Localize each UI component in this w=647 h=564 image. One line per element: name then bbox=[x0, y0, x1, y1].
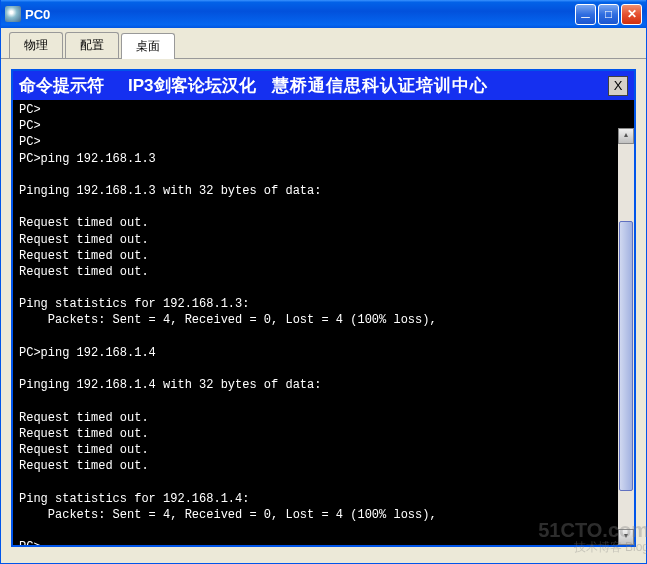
console-title-3: 慧桥通信思科认证培训中心 bbox=[272, 74, 608, 97]
vertical-scrollbar[interactable]: ▴ ▾ bbox=[618, 128, 634, 545]
tab-physical[interactable]: 物理 bbox=[9, 32, 63, 58]
console-title-2: IP3剑客论坛汉化 bbox=[128, 74, 256, 97]
tab-config[interactable]: 配置 bbox=[65, 32, 119, 58]
window-title: PC0 bbox=[25, 7, 575, 22]
scrollbar-track[interactable] bbox=[618, 144, 634, 529]
console-body-wrap: PC> PC> PC> PC>ping 192.168.1.3 Pinging … bbox=[13, 100, 634, 545]
scroll-up-button[interactable]: ▴ bbox=[618, 128, 634, 144]
scrollbar-thumb[interactable] bbox=[619, 221, 633, 491]
close-button[interactable]: ✕ bbox=[621, 4, 642, 25]
maximize-button[interactable]: □ bbox=[598, 4, 619, 25]
scroll-down-button[interactable]: ▾ bbox=[618, 529, 634, 545]
app-icon bbox=[5, 6, 21, 22]
titlebar[interactable]: PC0 ─ □ ✕ bbox=[1, 0, 646, 28]
minimize-button[interactable]: ─ bbox=[575, 4, 596, 25]
console-output[interactable]: PC> PC> PC> PC>ping 192.168.1.3 Pinging … bbox=[13, 100, 634, 545]
window-controls: ─ □ ✕ bbox=[575, 4, 642, 25]
content-area: 命令提示符 IP3剑客论坛汉化 慧桥通信思科认证培训中心 X PC> PC> P… bbox=[1, 59, 646, 557]
tab-desktop[interactable]: 桌面 bbox=[121, 33, 175, 59]
tab-bar: 物理 配置 桌面 bbox=[1, 28, 646, 59]
console-title-1: 命令提示符 bbox=[19, 74, 104, 97]
console-close-button[interactable]: X bbox=[608, 76, 628, 96]
app-window: PC0 ─ □ ✕ 物理 配置 桌面 命令提示符 IP3剑客论坛汉化 慧桥通信思… bbox=[0, 0, 647, 564]
console-titlebar[interactable]: 命令提示符 IP3剑客论坛汉化 慧桥通信思科认证培训中心 X bbox=[13, 71, 634, 100]
console-text: PC> PC> PC> PC>ping 192.168.1.3 Pinging … bbox=[19, 102, 628, 545]
console-window: 命令提示符 IP3剑客论坛汉化 慧桥通信思科认证培训中心 X PC> PC> P… bbox=[11, 69, 636, 547]
